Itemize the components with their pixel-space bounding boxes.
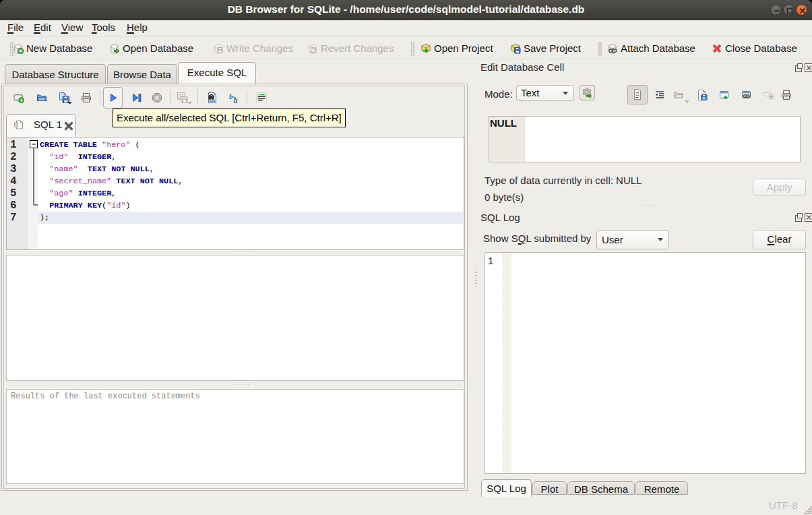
- svg-text:b: b: [229, 92, 233, 100]
